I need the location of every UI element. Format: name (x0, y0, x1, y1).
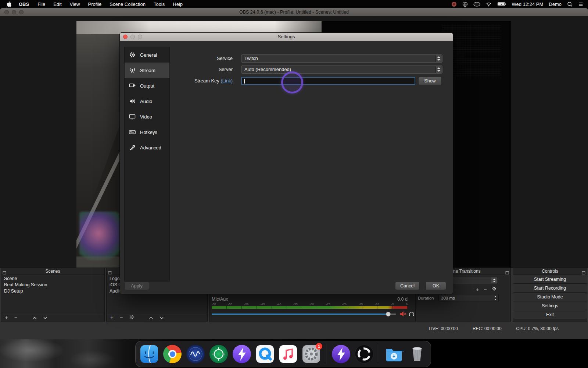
menu-item[interactable]: Tools (150, 1, 169, 7)
dialog-close-button[interactable] (123, 35, 128, 39)
oval-status-icon[interactable] (473, 2, 480, 7)
app-menu-obs[interactable]: OBS (14, 1, 33, 7)
menu-item[interactable]: Help (169, 1, 187, 7)
globe-icon[interactable] (462, 1, 468, 7)
add-transition-button[interactable]: + (476, 287, 479, 292)
remove-transition-button[interactable]: − (484, 287, 487, 292)
menu-account[interactable]: Demo (549, 1, 562, 7)
select-stepper-icon[interactable] (435, 66, 442, 73)
scene-list-item[interactable]: Beat Making Session (1, 282, 104, 288)
scene-list-item[interactable]: Scene (1, 276, 104, 282)
volume-slider[interactable] (212, 311, 412, 317)
remove-source-button[interactable]: − (120, 315, 123, 320)
control-button[interactable]: Start Recording (513, 284, 587, 293)
transition-properties-gear-icon[interactable] (492, 286, 496, 293)
db-tick: -60 (212, 302, 216, 306)
source-properties-gear-icon[interactable] (129, 314, 134, 321)
screen: OBS FileEditViewProfileScene CollectionT… (0, 0, 588, 368)
menu-item[interactable]: Edit (49, 1, 65, 7)
dialog-zoom-button[interactable] (138, 35, 142, 39)
dialog-minimize-button[interactable] (130, 35, 135, 39)
dialog-titlebar[interactable]: Settings (120, 33, 453, 41)
notification-badge: 1 (316, 343, 322, 350)
select-stepper-icon[interactable] (491, 277, 497, 283)
scene-down-button[interactable] (43, 314, 47, 321)
db-tick: -55 (228, 302, 232, 306)
system-preferences-dock-icon[interactable]: 1 (301, 344, 321, 364)
settings-nav-advanced[interactable]: Advanced (125, 140, 169, 155)
sources-toolbar: + − (107, 313, 207, 322)
search-icon[interactable] (567, 1, 573, 7)
volume-track-filled (212, 314, 389, 315)
mute-speaker-icon[interactable] (400, 311, 406, 318)
downloads-folder-dock-icon[interactable] (384, 344, 404, 364)
remove-scene-button[interactable]: − (14, 315, 18, 320)
menu-item[interactable]: File (33, 1, 49, 7)
settings-nav-audio[interactable]: Audio (125, 93, 169, 109)
finder-dock-icon[interactable] (139, 344, 159, 364)
control-button[interactable]: Settings (513, 301, 587, 310)
blue-audio-app-dock-icon[interactable] (186, 344, 205, 364)
scenes-toolbar: + − (1, 313, 104, 322)
source-up-button[interactable] (149, 314, 153, 321)
service-select[interactable]: Twitch (241, 54, 442, 63)
battery-charging-icon[interactable] (497, 1, 506, 7)
mixer-db-value: 0.0 d (397, 297, 408, 302)
music-dock-icon[interactable] (278, 344, 298, 364)
menu-clock[interactable]: Wed 12:24 PM (512, 1, 544, 7)
controls-panel: Controls Start StreamingStart RecordingS… (513, 268, 587, 322)
db-tick: -20 (342, 302, 347, 306)
menu-item[interactable]: Profile (84, 1, 105, 7)
stream-key-link[interactable]: (Link) (220, 78, 233, 84)
notification-center-icon[interactable] (578, 2, 584, 7)
server-select[interactable]: Auto (Recommended) (241, 66, 442, 74)
close-button[interactable] (4, 10, 9, 14)
control-button[interactable]: Exit (513, 310, 587, 319)
quicktime-dock-icon[interactable] (255, 344, 275, 364)
select-stepper-icon[interactable] (435, 55, 442, 62)
panel-float-icon[interactable] (3, 269, 6, 273)
duration-spinner[interactable]: 300 ms (438, 295, 499, 301)
spinner-arrows-icon[interactable] (493, 295, 498, 301)
stream-key-input[interactable] (241, 77, 415, 85)
obs-dock-icon[interactable] (354, 344, 374, 364)
add-source-button[interactable]: + (110, 315, 114, 320)
cpu-fps: CPU: 0.7%, 30.00 fps (516, 326, 559, 331)
cancel-button[interactable]: Cancel (395, 282, 420, 290)
control-button[interactable]: Start Streaming (513, 275, 587, 284)
settings-nav-hotkeys[interactable]: Hotkeys (125, 124, 169, 140)
click-indicator-ring (281, 71, 303, 93)
panel-float-icon[interactable] (108, 269, 112, 273)
show-key-button[interactable]: Show (418, 77, 442, 85)
keyboard-icon (128, 128, 137, 136)
wifi-icon[interactable] (486, 1, 492, 7)
zoom-button[interactable] (19, 10, 24, 14)
purple-bolt-app-dock-icon[interactable] (232, 344, 252, 364)
apply-button[interactable]: Apply (124, 282, 149, 290)
red-status-icon[interactable] (451, 1, 457, 7)
service-value: Twitch (244, 56, 258, 61)
scene-list-item[interactable]: DJ Setup (1, 288, 104, 294)
minimize-button[interactable] (12, 10, 16, 14)
scene-up-button[interactable] (32, 314, 37, 321)
source-down-button[interactable] (159, 314, 164, 321)
purple-bolt-app-2-dock-icon[interactable] (331, 344, 351, 364)
db-tick: -50 (244, 302, 249, 306)
menu-item[interactable]: View (66, 1, 84, 7)
add-scene-button[interactable]: + (5, 315, 8, 320)
menu-items: FileEditViewProfileScene CollectionTools… (33, 0, 187, 8)
panel-float-icon[interactable] (582, 269, 585, 273)
green-audio-app-dock-icon[interactable] (209, 344, 229, 364)
chrome-dock-icon[interactable] (162, 344, 182, 364)
menu-item[interactable]: Scene Collection (105, 1, 150, 7)
scene-list: SceneBeat Making SessionDJ Setup (1, 275, 104, 294)
trash-dock-icon[interactable] (407, 344, 427, 364)
apple-menu[interactable] (0, 1, 14, 7)
window-titlebar[interactable]: OBS 24.0.6 (mac) - Profile: Untitled - S… (0, 8, 588, 16)
ok-button[interactable]: OK (426, 282, 446, 290)
panel-float-icon[interactable] (505, 269, 509, 273)
control-button[interactable]: Studio Mode (513, 293, 587, 301)
volume-knob[interactable] (386, 312, 391, 316)
settings-nav-video[interactable]: Video (125, 109, 169, 124)
audio-monitor-icon[interactable] (409, 311, 415, 318)
